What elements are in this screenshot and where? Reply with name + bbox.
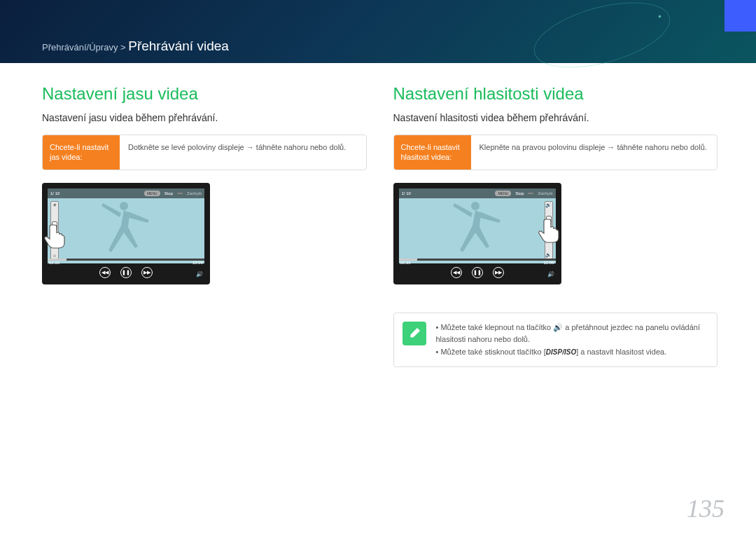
instruction-text: Klepněte na pravou polovinu displeje → t… xyxy=(471,135,715,170)
speaker-inline-icon: 🔊 xyxy=(553,323,563,331)
volume-high-icon: 🔊 xyxy=(545,202,552,208)
section-subtitle: Nastavení jasu videa během přehrávání. xyxy=(42,112,367,123)
playback-controls: ◀◀ ❚❚ ▶▶ xyxy=(48,265,204,280)
device-topbar: 1/ 10 MENU Stop Zachytit xyxy=(399,188,556,198)
brightness-high-icon: ☀ xyxy=(51,202,58,208)
dancer-silhouette-icon xyxy=(94,198,158,254)
pen-tip-icon xyxy=(402,322,426,345)
rewind-icon[interactable]: ◀◀ xyxy=(99,267,111,278)
section-title-brightness: Nastavení jasu videa xyxy=(42,84,367,104)
volume-icon[interactable]: 🔊 xyxy=(196,271,203,277)
volume-low-icon: 🔈 xyxy=(545,252,552,258)
frame-counter: 1/ 10 xyxy=(50,191,59,195)
capture-label: Zachytit xyxy=(538,191,552,195)
pause-icon[interactable]: ❚❚ xyxy=(472,267,483,278)
disp-iso-button-label: DISP/ISO xyxy=(546,347,576,358)
device-screenshot-volume: 1/ 10 MENU Stop Zachytit 🔊 🔈 xyxy=(393,183,561,284)
svg-point-0 xyxy=(120,202,128,210)
instruction-box: Chcete-li nastavit jas videa: Dotkněte s… xyxy=(42,135,367,170)
page-header: Přehrávání/Úpravy > Přehrávání videa xyxy=(0,0,756,63)
left-column: Nastavení jasu videa Nastavení jasu vide… xyxy=(42,84,367,367)
instruction-box: Chcete-li nastavit hlasitost videa: Klep… xyxy=(393,135,718,170)
rewind-icon[interactable]: ◀◀ xyxy=(451,267,462,278)
breadcrumb-current: Přehrávání videa xyxy=(128,39,229,53)
forward-icon[interactable]: ▶▶ xyxy=(141,267,153,278)
progress-bar[interactable] xyxy=(48,259,204,261)
page-number: 135 xyxy=(687,494,724,523)
menu-button: MENU xyxy=(144,191,160,196)
instruction-text: Dotkněte se levé poloviny displeje → táh… xyxy=(120,135,354,170)
pause-icon[interactable]: ❚❚ xyxy=(120,267,132,278)
progress-bar[interactable] xyxy=(399,259,556,261)
breadcrumb-parent: Přehrávání/Úpravy > xyxy=(42,42,128,53)
playback-controls: ◀◀ ❚❚ ▶▶ xyxy=(399,265,556,280)
svg-point-1 xyxy=(471,202,479,210)
instruction-label: Chcete-li nastavit jas videa: xyxy=(43,135,120,170)
content-area: Nastavení jasu videa Nastavení jasu vide… xyxy=(0,63,756,367)
tip-item: Můžete také stisknout tlačítko [DISP/ISO… xyxy=(436,346,709,359)
capture-label: Zachytit xyxy=(187,191,202,195)
instruction-label: Chcete-li nastavit hlasitost videa: xyxy=(394,135,471,170)
touch-hand-icon xyxy=(42,221,70,249)
capture-button xyxy=(177,193,183,194)
dancer-silhouette-icon xyxy=(446,198,509,254)
tip-item: Můžete také klepnout na tlačítko 🔊 a pře… xyxy=(436,322,709,346)
device-screen: 1/ 10 MENU Stop Zachytit ☀ ☼ xyxy=(48,188,204,263)
forward-icon[interactable]: ▶▶ xyxy=(493,267,504,278)
right-column: Nastavení hlasitosti videa Nastavení hla… xyxy=(393,84,718,367)
menu-button: MENU xyxy=(495,191,511,196)
frame-counter: 1/ 10 xyxy=(402,191,411,195)
device-screenshot-brightness: 1/ 10 MENU Stop Zachytit ☀ ☼ xyxy=(42,183,210,284)
volume-icon[interactable]: 🔊 xyxy=(547,271,554,277)
stop-label: Stop xyxy=(164,191,173,195)
tip-list: Můžete také klepnout na tlačítko 🔊 a pře… xyxy=(436,322,709,359)
capture-button xyxy=(528,193,533,194)
stop-label: Stop xyxy=(515,191,524,195)
brightness-low-icon: ☼ xyxy=(51,253,58,258)
section-title-volume: Nastavení hlasitosti videa xyxy=(393,84,718,104)
touch-hand-icon xyxy=(536,215,564,243)
section-subtitle: Nastavení hlasitosti videa během přehráv… xyxy=(393,112,718,123)
device-topbar: 1/ 10 MENU Stop Zachytit xyxy=(48,188,204,198)
device-screen: 1/ 10 MENU Stop Zachytit 🔊 🔈 xyxy=(399,188,556,263)
tip-box: Můžete také klepnout na tlačítko 🔊 a pře… xyxy=(393,312,718,368)
